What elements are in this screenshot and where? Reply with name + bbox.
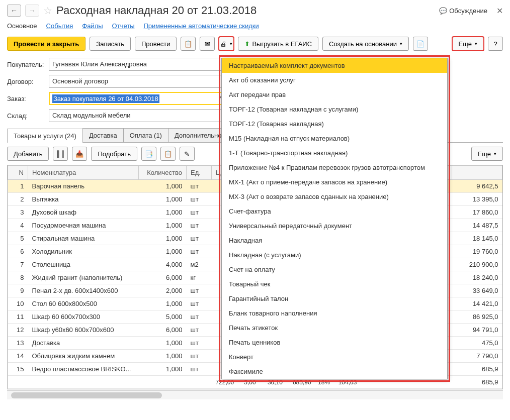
print-menu-item[interactable]: Накладная <box>222 233 447 248</box>
col-name[interactable]: Номенклатура <box>28 166 139 180</box>
subtab-additional[interactable]: Дополнительно <box>168 128 228 142</box>
discussion-link[interactable]: 💬 Обсуждение <box>439 7 487 15</box>
help-button[interactable]: ? <box>488 37 503 51</box>
paste-icon-button[interactable]: 📋 <box>160 147 176 161</box>
document-icon-button[interactable]: 📄 <box>413 37 428 51</box>
contract-label: Договор: <box>7 78 45 85</box>
print-menu-item[interactable]: Накладная (с услугами) <box>222 248 447 262</box>
title-bar: ← → ☆ Расходная накладная 20 от 21.03.20… <box>7 4 503 17</box>
page-title: Расходная накладная 20 от 21.03.2018 <box>56 4 435 17</box>
nav-tabs: Основное События Файлы Отчеты Примененны… <box>7 22 503 30</box>
subtab-payment[interactable]: Оплата (1) <box>123 128 168 142</box>
tab-files[interactable]: Файлы <box>82 22 103 30</box>
print-menu-item[interactable]: МХ-3 (Акт о возврате запасов сданных на … <box>222 189 447 204</box>
print-menu-item[interactable]: Товарный чек <box>222 277 447 291</box>
more-button[interactable]: Еще▾ <box>452 37 484 51</box>
add-row-button[interactable]: Добавить <box>7 147 49 161</box>
copy-icon-button[interactable]: 📑 <box>141 147 156 161</box>
chat-icon: 💬 <box>439 7 447 15</box>
print-menu-item[interactable]: ТОРГ-12 (Товарная накладная с услугами) <box>222 102 447 117</box>
print-menu-item[interactable]: М15 (Накладная на отпуск материалов) <box>222 131 447 146</box>
tab-discounts[interactable]: Примененные автоматические скидки <box>144 22 259 30</box>
table-more-button[interactable]: Еще▾ <box>471 147 503 161</box>
print-menu-item[interactable]: Универсальный передаточный документ <box>222 219 447 233</box>
col-qty[interactable]: Количество <box>139 166 187 180</box>
post-and-close-button[interactable]: Провести и закрыть <box>7 37 86 51</box>
print-menu-item[interactable]: 1-Т (Товарно-транспортная накладная) <box>222 146 447 160</box>
print-menu-item[interactable]: МХ-1 (Акт о приеме-передаче запасов на х… <box>222 175 447 189</box>
print-menu-item[interactable]: Бланк товарного наполнения <box>222 306 447 321</box>
barcode-icon-button[interactable]: ║║ <box>53 147 68 161</box>
upload-egais-button[interactable]: ⬆Выгрузить в ЕГАИС <box>238 37 318 51</box>
warehouse-label: Склад: <box>7 112 45 120</box>
nav-back-button[interactable]: ← <box>7 5 21 17</box>
tab-reports[interactable]: Отчеты <box>112 22 135 30</box>
print-menu-item[interactable]: Приложение №4 к Правилам перевозок грузо… <box>222 160 447 175</box>
tab-main[interactable]: Основное <box>7 22 37 30</box>
horizontal-scrollbar[interactable] <box>7 390 503 399</box>
edit-icon-button[interactable]: ✎ <box>180 147 195 161</box>
print-menu-item[interactable]: Печать этикеток <box>222 321 447 335</box>
main-toolbar: Провести и закрыть Записать Провести 📋 ✉… <box>7 37 503 51</box>
tab-events[interactable]: События <box>46 22 73 30</box>
scan-icon-button[interactable]: 📥 <box>72 147 87 161</box>
print-menu-item[interactable]: Счет-фактура <box>222 204 447 219</box>
print-menu-item[interactable]: Конверт <box>222 350 447 364</box>
print-menu-item[interactable]: Настраиваемый комплект документов <box>222 58 447 73</box>
save-button[interactable]: Записать <box>90 37 131 51</box>
print-dropdown-menu: Настраиваемый комплект документовАкт об … <box>221 58 448 379</box>
print-menu-item[interactable]: Печать ценников <box>222 335 447 350</box>
mail-icon-button[interactable]: ✉ <box>200 37 215 51</box>
nav-forward-button[interactable]: → <box>25 5 39 17</box>
order-label: Заказ: <box>7 95 45 102</box>
order-input[interactable]: Заказ покупателя 26 от 04.03.2018▾ <box>49 92 225 105</box>
pick-button[interactable]: Подобрать <box>91 147 137 161</box>
print-menu-item[interactable]: Гарантийный талон <box>222 291 447 306</box>
print-dropdown-button[interactable]: 🖨▾ <box>219 37 234 51</box>
buyer-label: Покупатель: <box>7 61 45 68</box>
clipboard-icon-button[interactable]: 📋 <box>181 37 196 51</box>
buyer-input[interactable]: Гугнавая Юлия Александровна <box>49 58 225 71</box>
contract-input[interactable]: Основной договор <box>49 75 225 88</box>
print-menu-item[interactable]: ТОРГ-12 (Товарная накладная) <box>222 117 447 131</box>
create-based-button[interactable]: Создать на основании▾ <box>322 37 409 51</box>
print-menu-item[interactable]: Счет на оплату <box>222 262 447 277</box>
col-unit[interactable]: Ед. <box>187 166 212 180</box>
col-sum[interactable] <box>452 166 502 180</box>
post-button[interactable]: Провести <box>135 37 177 51</box>
close-icon[interactable]: ✕ <box>496 6 503 16</box>
subtab-delivery[interactable]: Доставка <box>82 128 124 142</box>
print-menu-item[interactable]: Факсимиле <box>222 364 447 379</box>
favorite-icon[interactable]: ☆ <box>43 5 52 17</box>
subtab-goods[interactable]: Товары и услуги (24) <box>7 129 83 143</box>
print-menu-item[interactable]: Акт передачи прав <box>222 87 447 102</box>
print-menu-item[interactable]: Акт об оказании услуг <box>222 73 447 87</box>
col-n[interactable]: N <box>8 166 28 180</box>
warehouse-input[interactable]: Склад модульной мебели <box>49 109 225 122</box>
